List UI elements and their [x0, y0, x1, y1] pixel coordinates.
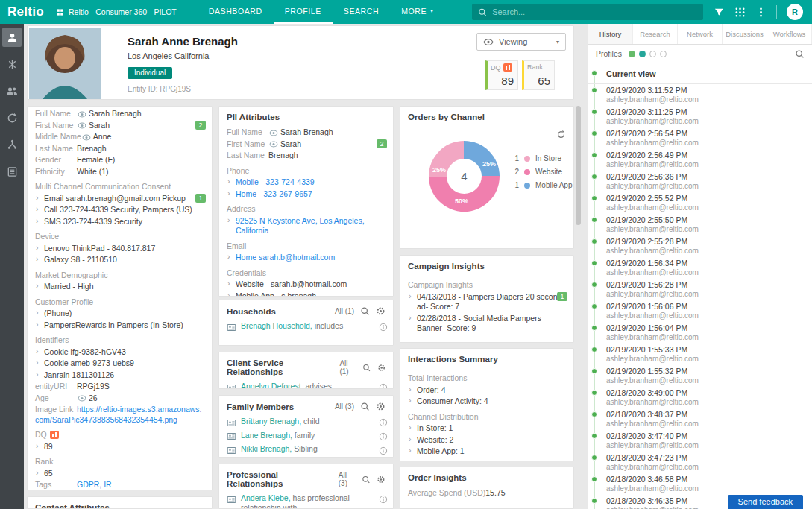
attribute-row: Call 323-724-4339 Security, Pampers (US) [28, 204, 212, 216]
potential-matches-icon[interactable] [2, 54, 22, 74]
merge-tree-icon[interactable] [2, 135, 22, 154]
relationship-row[interactable]: Angelyn Deforest, advises [219, 380, 393, 389]
relation-name-link[interactable]: Brenagh Household, [241, 321, 312, 330]
all-count[interactable]: All (3) [339, 471, 356, 487]
relation-name-link[interactable]: Andera Klebe, [241, 493, 291, 502]
history-entry[interactable]: 02/19/2020 2:56:49 PM ashley.branham@rel… [588, 149, 812, 171]
info-icon[interactable] [379, 431, 388, 441]
ov-eye-icon [78, 393, 86, 404]
history-entry[interactable]: 02/19/2020 1:55:32 PM ashley.branham@rel… [588, 365, 812, 387]
search-icon[interactable] [360, 402, 370, 411]
apps-grid-icon[interactable] [734, 7, 746, 18]
search-icon[interactable] [360, 306, 370, 316]
history-entry[interactable]: 02/19/2020 2:56:54 PM ashley.branham@rel… [588, 127, 812, 149]
activity-tab[interactable]: Discussions [723, 24, 767, 44]
history-entry[interactable]: 02/19/2020 2:55:50 PM ashley.branham@rel… [588, 214, 812, 235]
settings-gear-icon[interactable] [376, 306, 385, 316]
info-icon[interactable] [379, 445, 388, 455]
send-feedback-button[interactable]: Send feedback [728, 495, 803, 509]
history-entry[interactable]: 02/19/2020 2:55:28 PM ashley.branham@rel… [588, 235, 812, 257]
search-icon[interactable] [362, 363, 371, 373]
kebab-menu-icon[interactable] [755, 7, 767, 18]
profile-tab-icon[interactable] [2, 28, 22, 47]
activity-log-icon[interactable] [2, 162, 22, 181]
legend-color-dot [524, 169, 530, 175]
attribute-value[interactable]: Mobile - 323-724-4339 [236, 177, 315, 186]
entry-timestamp: 02/19/2020 3:11:52 PM [606, 86, 806, 95]
activity-tab[interactable]: Research [633, 24, 678, 44]
info-icon[interactable] [379, 322, 388, 332]
attribute-row: Address [219, 203, 393, 215]
attribute-value[interactable]: Home - 323-267-9657 [236, 189, 312, 198]
history-entry[interactable]: 02/18/2020 3:49:00 PM ashley.branham@rel… [588, 387, 812, 408]
menu-item[interactable]: MORE ▾ [390, 0, 445, 24]
viewing-dropdown[interactable]: Viewing ▾ [476, 33, 566, 51]
search-input[interactable] [492, 7, 697, 16]
profile-dot[interactable] [629, 51, 635, 57]
history-entry[interactable]: 02/19/2020 1:55:33 PM ashley.branham@rel… [588, 344, 812, 365]
settings-gear-icon[interactable] [377, 363, 385, 373]
info-icon[interactable] [379, 382, 388, 389]
history-entry[interactable]: 02/19/2020 2:56:36 PM ashley.branham@rel… [588, 171, 812, 192]
profile-dot[interactable] [639, 51, 646, 57]
relation-name-link[interactable]: Angelyn Deforest, [241, 382, 303, 389]
attribute-value[interactable]: 92525 N Keystone Ave, Los Angeles, Calif… [236, 216, 365, 235]
activity-tab[interactable]: Workflows [767, 24, 812, 44]
profile-dot[interactable] [660, 51, 667, 57]
filter-icon[interactable] [714, 7, 725, 18]
history-entry[interactable]: 02/19/2020 3:11:52 PM ashley.branham@rel… [588, 84, 812, 106]
user-avatar[interactable]: R [787, 4, 803, 20]
relation-name-link[interactable]: Nikki Brenagh, [241, 444, 292, 453]
tenant-breadcrumb[interactable]: Reltio - Consumer 360 - PILOT [56, 7, 198, 16]
relationship-row[interactable]: Lane Brenagh, family [219, 429, 393, 443]
menu-item[interactable]: SEARCH [333, 0, 390, 24]
attribute-value[interactable]: Home sarah.b@hotmail.com [236, 253, 335, 262]
history-entry[interactable]: 02/18/2020 3:47:23 PM ashley.branham@rel… [588, 452, 812, 473]
activity-tab[interactable]: History [588, 24, 633, 44]
attribute-value: Female (F) [77, 155, 115, 164]
all-count[interactable]: All (3) [335, 402, 354, 411]
history-entry[interactable]: 02/19/2020 1:56:28 PM ashley.branham@rel… [588, 279, 812, 300]
ov-eye-icon [269, 139, 278, 150]
panel-title: Order Insights [408, 473, 467, 482]
all-count[interactable]: All (1) [339, 359, 356, 376]
relationship-row[interactable]: Brittany Brenagh, child [219, 415, 393, 429]
profile-dot[interactable] [649, 51, 656, 57]
history-entry[interactable]: 02/19/2020 1:56:04 PM ashley.branham@rel… [588, 322, 812, 344]
attribute-value[interactable]: GDPR, IR [77, 480, 112, 489]
attribute-row: Rank [28, 456, 212, 468]
history-entry[interactable]: 02/18/2020 3:46:58 PM ashley.branham@rel… [588, 473, 812, 495]
rank-score-box[interactable]: Rank 65 [522, 60, 555, 90]
entry-timestamp: 02/19/2020 2:55:28 PM [606, 237, 806, 247]
history-entry[interactable]: 02/18/2020 3:47:40 PM ashley.branham@rel… [588, 430, 812, 452]
dq-score-box[interactable]: DQ 89 [485, 60, 518, 90]
reltio-logo[interactable]: Reltio [0, 4, 56, 19]
search-icon[interactable] [362, 475, 371, 484]
history-entry[interactable]: 02/19/2020 1:56:06 PM ashley.branham@rel… [588, 300, 812, 322]
relation-name-link[interactable]: Lane Brenagh, [241, 431, 292, 440]
sync-icon[interactable] [2, 108, 22, 127]
history-entry[interactable]: 02/19/2020 2:55:52 PM ashley.branham@rel… [588, 192, 812, 214]
info-icon[interactable] [379, 494, 388, 504]
relationship-row[interactable]: Nikki Brenagh, Sibling [219, 443, 393, 457]
attribute-row: Middle NameAnne [28, 131, 212, 143]
history-entry[interactable]: 02/19/2020 1:56:34 PM ashley.branham@rel… [588, 257, 812, 279]
attribute-label: Campaign Insights [408, 280, 473, 289]
relationship-row[interactable]: Andera Klebe, has professional relations… [219, 492, 393, 509]
history-entry[interactable]: 02/18/2020 3:48:37 PM ashley.branham@rel… [588, 408, 812, 430]
activity-tab[interactable]: Network [678, 24, 723, 44]
relation-name-link[interactable]: Brittany Brenagh, [241, 417, 301, 426]
all-count[interactable]: All (1) [335, 307, 354, 315]
vertical-scrollbar-thumb[interactable] [576, 106, 581, 225]
search-icon[interactable] [795, 49, 805, 59]
refresh-icon[interactable] [556, 129, 566, 139]
panel-title: Households [227, 307, 276, 316]
settings-gear-icon[interactable] [376, 402, 385, 411]
relationships-icon[interactable] [2, 81, 22, 101]
household-row[interactable]: Brenagh Household, includes [219, 320, 393, 334]
menu-item[interactable]: PROFILE [274, 0, 333, 24]
menu-item[interactable]: DASHBOARD [198, 0, 274, 24]
settings-gear-icon[interactable] [377, 475, 385, 484]
history-entry[interactable]: 02/19/2020 3:11:25 PM ashley.branham@rel… [588, 106, 812, 127]
info-icon[interactable] [379, 417, 388, 427]
